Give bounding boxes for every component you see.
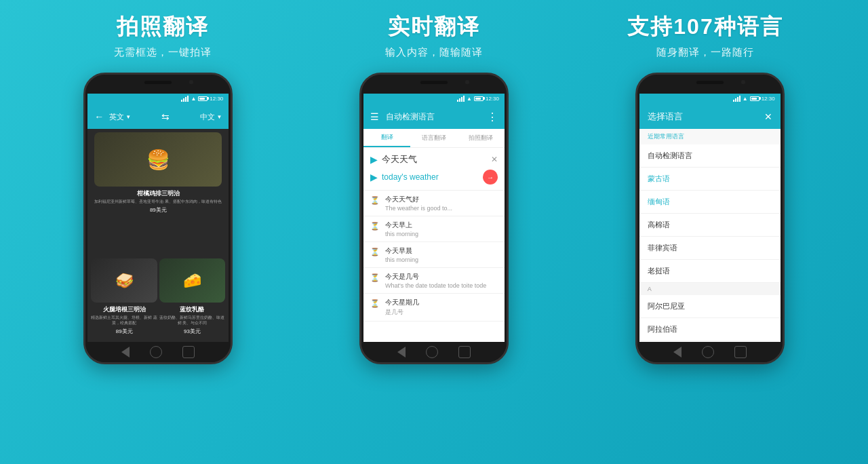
phone1-speaker [144,81,172,84]
top-section: 拍照翻译 无需框选，一键拍译 实时翻译 输入内容，随输随译 支持107种语言 随… [0,0,868,66]
food2-title: 火腿培根三明治 [91,305,157,314]
lang-item-burmese[interactable]: 缅甸语 [639,191,781,214]
home-nav-button2[interactable] [426,346,438,358]
food2-desc: 精选新鲜土耳其火腿、培根、新鲜 蔬菜，经典搭配 [91,315,157,326]
battery-icon3 [750,96,760,101]
food3-price: 93美元 [159,328,226,335]
back-nav-button[interactable] [121,347,130,357]
food3-title: 蓝纹乳酪 [159,305,226,314]
phone3-toolbar-title: 选择语言 [648,111,764,123]
battery-icon [198,96,208,101]
recent-nav-button3[interactable] [734,346,747,358]
phone3-nav-bar [637,342,783,362]
phone3-camera [741,80,745,84]
food3-desc: 蓝纹奶酪、新鲜马苏里拉奶酪、味道鲜 美、与众不同 [159,315,226,326]
phone2-tabs: 翻译 语言翻译 拍照翻译 [363,129,505,148]
phone1-wrapper: ▲ 12:30 ← 英文 ▼ ⇆ 中文 ▼ [20,73,296,364]
lang-item-mongolian[interactable]: 蒙古语 [639,168,781,191]
phone1-screen: ▲ 12:30 ← 英文 ▼ ⇆ 中文 ▼ [87,92,229,342]
signal-icon3 [733,96,741,102]
signal-icon2 [457,96,465,102]
suggestion-en-2: this morning [385,256,418,263]
panel-photo: 拍照翻译 无需框选，一键拍译 [27,12,298,59]
food1-desc: 加利福尼亚州新鲜草莓、圣地亚哥牛油 果、搭配中东鸡肉，味道有特色 [94,199,222,205]
panel-realtime-title: 实时翻译 [388,12,480,42]
target-lang-button[interactable]: 中文 ▼ [200,112,222,122]
menu-icon[interactable]: ☰ [370,111,379,122]
back-button[interactable]: ← [94,111,104,122]
phone2-speaker [420,81,448,84]
clear-button[interactable]: ✕ [491,155,498,164]
phone2-toolbar-title: 自动检测语言 [386,111,480,123]
suggestion-en-0: The weather is good to... [385,205,452,212]
lang-list: 近期常用语言 自动检测语言 蒙古语 缅甸语 高棉语 菲律宾语 老挝语 A 阿尔巴… [639,129,781,342]
input-sound-icon[interactable]: ▶ [370,154,378,165]
panel-realtime: 实时翻译 输入内容，随输随译 [298,12,570,59]
phone1-time: 12:30 [210,96,223,102]
food1-price: 89美元 [94,206,222,214]
phone3-status-bar: ▲ 12:30 [639,92,781,104]
suggestion-zh-4: 今天星期几 [385,298,419,307]
suggestion-en-1: this morning [385,231,418,237]
section-letter-a: A [639,283,781,295]
battery-icon2 [474,96,484,101]
output-sound-icon[interactable]: ▶ [370,172,378,182]
phone1-camera [189,80,193,84]
suggestion-item-2[interactable]: ⏳ 今天早晨 this morning [363,242,505,268]
wifi-icon3: ▲ [743,96,748,102]
output-text-en: today's weather [382,172,479,182]
phone2-toolbar: ☰ 自动检测语言 ⋮ [363,104,505,129]
phone1-status-bar: ▲ 12:30 [87,92,229,104]
recent-nav-button2[interactable] [458,346,471,358]
suggestion-item-3[interactable]: ⏳ 今天是几号 What's the date todate tode toit… [363,268,505,294]
panel-language: 支持107种语言 随身翻译，一路随行 [570,12,841,59]
suggestion-zh-2: 今天早晨 [385,246,418,256]
input-row: ▶ 今天天气 ✕ [370,153,498,166]
panel-photo-title: 拍照翻译 [117,12,209,42]
wifi-icon2: ▲ [467,96,472,102]
phone3-speaker [696,81,724,84]
phone2: ▲ 12:30 ☰ 自动检测语言 ⋮ 翻译 [359,73,509,364]
back-nav-button2[interactable] [397,347,406,357]
lang-item-filipino[interactable]: 菲律宾语 [639,237,781,260]
lang-item-albanian[interactable]: 阿尔巴尼亚 [639,295,781,318]
phone2-time: 12:30 [486,96,499,102]
history-icon-4: ⏳ [370,299,380,308]
lang-item-arabic[interactable]: 阿拉伯语 [639,318,781,341]
panel-realtime-subtitle: 输入内容，随输随译 [385,46,483,59]
phone3: ▲ 12:30 选择语言 ✕ 近期常用语言 自动检测语言 蒙古语 缅甸语 [635,73,785,364]
panel-photo-subtitle: 无需框选，一键拍译 [114,46,212,59]
suggestions-list: ⏳ 今天天气好 The weather is good to... ⏳ 今天早上… [363,191,505,322]
phone3-wrapper: ▲ 12:30 选择语言 ✕ 近期常用语言 自动检测语言 蒙古语 缅甸语 [572,73,848,364]
source-lang-button[interactable]: 英文 ▼ [109,112,131,122]
suggestion-en-4: 是几号 [385,308,419,317]
history-icon-3: ⏳ [370,273,380,282]
suggestion-zh-3: 今天是几号 [385,272,486,282]
phone2-wrapper: ▲ 12:30 ☰ 自动检测语言 ⋮ 翻译 [296,73,572,364]
more-options-icon[interactable]: ⋮ [487,111,498,123]
lang-item-khmer[interactable]: 高棉语 [639,214,781,237]
swap-lang-button[interactable]: ⇆ [161,111,170,122]
tab-lang-translate[interactable]: 语言翻译 [410,129,457,147]
phone2-nav-bar [361,342,507,362]
tab-translate[interactable]: 翻译 [363,129,410,147]
suggestion-item-0[interactable]: ⏳ 今天天气好 The weather is good to... [363,191,505,216]
tab-photo-translate[interactable]: 拍照翻译 [458,129,505,147]
translate-input-area: ▶ 今天天气 ✕ ▶ today's weather → [363,148,505,191]
recent-nav-button[interactable] [182,346,195,358]
expand-button[interactable]: → [483,170,498,185]
wifi-icon: ▲ [191,96,196,102]
close-button[interactable]: ✕ [764,111,772,122]
suggestion-item-1[interactable]: ⏳ 今天早上 this morning [363,216,505,242]
suggestion-item-4[interactable]: ⏳ 今天星期几 是几号 [363,294,505,322]
phone3-toolbar: 选择语言 ✕ [639,104,781,129]
lang-item-auto[interactable]: 自动检测语言 [639,144,781,168]
phone1: ▲ 12:30 ← 英文 ▼ ⇆ 中文 ▼ [83,73,233,364]
home-nav-button[interactable] [150,346,162,358]
home-nav-button3[interactable] [702,346,714,358]
back-nav-button3[interactable] [673,347,682,357]
panel-language-subtitle: 随身翻译，一路随行 [656,46,754,59]
signal-icon [181,96,189,102]
food2-price: 89美元 [91,328,157,335]
lang-item-lao[interactable]: 老挝语 [639,260,781,283]
